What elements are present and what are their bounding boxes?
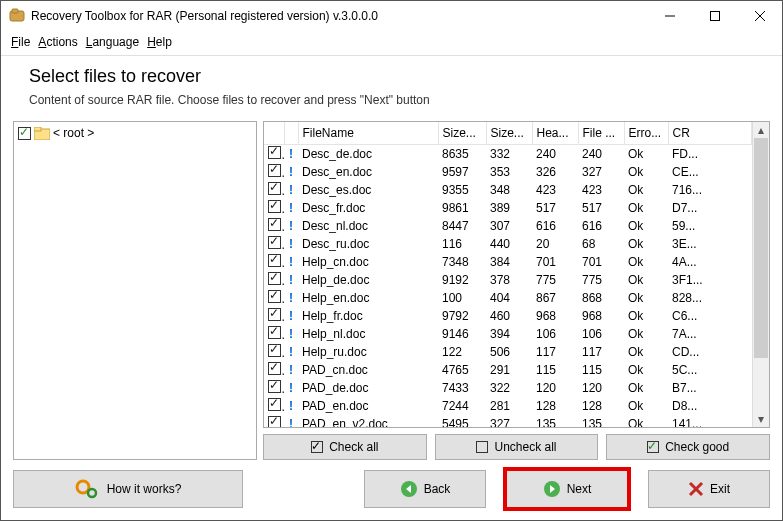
cell-c3: 326 xyxy=(532,163,578,181)
how-it-works-button[interactable]: How it works? xyxy=(13,470,243,508)
table-row[interactable]: !Desc_de.doc8635332240240OkFD... xyxy=(264,145,752,164)
row-checkbox[interactable] xyxy=(268,380,281,393)
table-row[interactable]: !Desc_fr.doc9861389517517OkD7... xyxy=(264,199,752,217)
check-good-button[interactable]: Check good xyxy=(606,434,770,460)
row-checkbox[interactable] xyxy=(268,416,281,427)
cell-c6: 4A... xyxy=(668,253,752,271)
cell-c4: 68 xyxy=(578,235,624,253)
table-row[interactable]: !Help_ru.doc122506117117OkCD... xyxy=(264,343,752,361)
table-row[interactable]: !PAD_en.doc7244281128128OkD8... xyxy=(264,397,752,415)
maximize-button[interactable] xyxy=(692,1,737,31)
cell-c6: 3F1... xyxy=(668,271,752,289)
table-row[interactable]: !Help_nl.doc9146394106106Ok7A... xyxy=(264,325,752,343)
col-cr[interactable]: CR xyxy=(668,122,752,145)
close-button[interactable] xyxy=(737,1,782,31)
checkbox-icon[interactable] xyxy=(18,127,31,140)
table-row[interactable]: !Help_fr.doc9792460968968OkC6... xyxy=(264,307,752,325)
exit-button[interactable]: Exit xyxy=(648,470,770,508)
cell-c2: 384 xyxy=(486,253,532,271)
cell-c3: 423 xyxy=(532,181,578,199)
table-row[interactable]: !PAD_cn.doc4765291115115Ok5C... xyxy=(264,361,752,379)
row-checkbox[interactable] xyxy=(268,254,281,267)
row-checkbox[interactable] xyxy=(268,182,281,195)
cell-c1: 7348 xyxy=(438,253,486,271)
uncheck-all-button[interactable]: Uncheck all xyxy=(435,434,599,460)
file-status-icon: ! xyxy=(284,307,298,325)
row-checkbox[interactable] xyxy=(268,398,281,411)
row-checkbox[interactable] xyxy=(268,344,281,357)
cell-c3: 20 xyxy=(532,235,578,253)
folder-tree[interactable]: < root > xyxy=(13,121,257,460)
row-checkbox[interactable] xyxy=(268,308,281,321)
menu-file[interactable]: File xyxy=(9,33,32,51)
table-row[interactable]: !Help_cn.doc7348384701701Ok4A... xyxy=(264,253,752,271)
col-file[interactable]: File ... xyxy=(578,122,624,145)
cell-c5: Ok xyxy=(624,325,668,343)
cell-c1: 9861 xyxy=(438,199,486,217)
scroll-up-icon[interactable]: ▴ xyxy=(753,122,769,138)
tree-root-item[interactable]: < root > xyxy=(18,126,252,140)
menu-help[interactable]: Help xyxy=(145,33,174,51)
cell-c1: 4765 xyxy=(438,361,486,379)
checked-box-icon xyxy=(311,441,323,453)
row-checkbox[interactable] xyxy=(268,326,281,339)
row-checkbox[interactable] xyxy=(268,290,281,303)
cell-c2: 353 xyxy=(486,163,532,181)
check-all-button[interactable]: Check all xyxy=(263,434,427,460)
cell-c2: 404 xyxy=(486,289,532,307)
page-subtitle: Content of source RAR file. Choose files… xyxy=(29,93,754,107)
cell-c3: 117 xyxy=(532,343,578,361)
cell-c3: 128 xyxy=(532,397,578,415)
table-row[interactable]: !Help_en.doc100404867868Ok828... xyxy=(264,289,752,307)
file-list[interactable]: FileName Size... Size... Hea... File ...… xyxy=(263,121,770,428)
cell-c5: Ok xyxy=(624,163,668,181)
file-status-icon: ! xyxy=(284,343,298,361)
file-status-icon: ! xyxy=(284,181,298,199)
cell-c3: 616 xyxy=(532,217,578,235)
minimize-button[interactable] xyxy=(647,1,692,31)
row-checkbox[interactable] xyxy=(268,146,281,159)
cell-c3: 867 xyxy=(532,289,578,307)
scroll-down-icon[interactable]: ▾ xyxy=(753,411,769,427)
col-hea[interactable]: Hea... xyxy=(532,122,578,145)
col-size2[interactable]: Size... xyxy=(486,122,532,145)
file-status-icon: ! xyxy=(284,217,298,235)
menu-language[interactable]: Language xyxy=(84,33,141,51)
row-checkbox[interactable] xyxy=(268,236,281,249)
col-filename[interactable]: FileName xyxy=(298,122,438,145)
cell-c2: 327 xyxy=(486,415,532,427)
row-checkbox[interactable] xyxy=(268,362,281,375)
col-err[interactable]: Erro... xyxy=(624,122,668,145)
file-status-icon: ! xyxy=(284,379,298,397)
cell-filename: Desc_de.doc xyxy=(298,145,438,164)
col-size1[interactable]: Size... xyxy=(438,122,486,145)
table-row[interactable]: !Desc_ru.doc1164402068Ok3E... xyxy=(264,235,752,253)
cell-c2: 460 xyxy=(486,307,532,325)
next-button[interactable]: Next xyxy=(506,470,628,508)
row-checkbox[interactable] xyxy=(268,200,281,213)
menu-actions[interactable]: Actions xyxy=(36,33,79,51)
cell-c3: 775 xyxy=(532,271,578,289)
cell-c4: 868 xyxy=(578,289,624,307)
cell-c3: 517 xyxy=(532,199,578,217)
scroll-thumb[interactable] xyxy=(754,138,768,358)
back-button[interactable]: Back xyxy=(364,470,486,508)
table-row[interactable]: !PAD_de.doc7433322120120OkB7... xyxy=(264,379,752,397)
cell-filename: Desc_en.doc xyxy=(298,163,438,181)
table-row[interactable]: !Desc_nl.doc8447307616616Ok59... xyxy=(264,217,752,235)
table-row[interactable]: !Help_de.doc9192378775775Ok3F1... xyxy=(264,271,752,289)
cell-c6: 3E... xyxy=(668,235,752,253)
table-row[interactable]: !PAD_en_v2.doc5495327135135Ok141... xyxy=(264,415,752,427)
cell-filename: PAD_en.doc xyxy=(298,397,438,415)
row-checkbox[interactable] xyxy=(268,164,281,177)
cell-c3: 701 xyxy=(532,253,578,271)
file-status-icon: ! xyxy=(284,361,298,379)
row-checkbox[interactable] xyxy=(268,218,281,231)
table-row[interactable]: !Desc_es.doc9355348423423Ok716... xyxy=(264,181,752,199)
row-checkbox[interactable] xyxy=(268,272,281,285)
checked-good-icon xyxy=(647,441,659,453)
cell-c5: Ok xyxy=(624,235,668,253)
vertical-scrollbar[interactable]: ▴ ▾ xyxy=(752,122,769,427)
table-row[interactable]: !Desc_en.doc9597353326327OkCE... xyxy=(264,163,752,181)
cell-c1: 7244 xyxy=(438,397,486,415)
